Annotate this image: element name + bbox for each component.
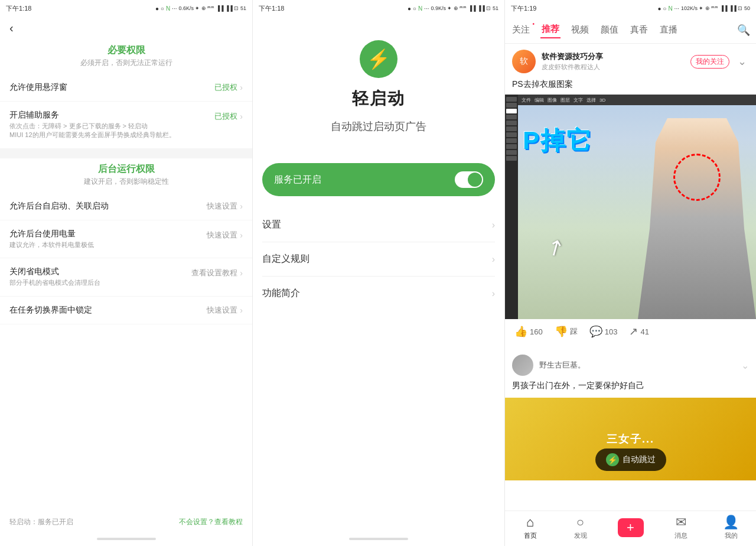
social-feed[interactable]: 软 软件资源技巧分享 皮皮虾软件教程达人 我的关注 ⌄ PS去掉衣服图案 [505,44,756,511]
chevron-icon-6: › [240,306,243,315]
chevron-icon-5: › [240,268,243,278]
time-2: 下午1:18 [259,4,284,13]
permission-accessibility-desc: 依次点击：无障碍 > 更多已下载的服务 > 轻启动MIUI 12的用户可能需要先… [9,122,214,140]
permission-battery-status: 快速设置 [207,230,237,240]
service-toggle-row[interactable]: 服务已开启 [262,163,495,196]
app-tagline: 自动跳过启动页广告 [331,119,426,134]
menu-list: 设置 › 自定义规则 › 功能简介 › [253,208,504,310]
nav-profile-label: 我的 [725,531,738,540]
panel-permissions: 下午1:18 ● ○ N ··· 0.6K/s ✦ ⊕ ᵐᵐ ▐▐ ▐▐ ⊡ 5… [0,0,252,546]
bg-permissions-subtitle: 建议开启，否则影响稳定性 [0,177,252,193]
share-button[interactable]: ↗ 41 [629,325,649,338]
permission-autostart-title: 允许后台自启动、关联启动 [9,201,207,212]
tab-face[interactable]: 颜值 [599,22,620,38]
comment-header: 野生古巨基。 ⌄ [505,349,756,379]
feed-post-more-btn[interactable]: ⌄ [735,55,749,68]
nav-add[interactable]: + [605,518,656,537]
permission-accessibility[interactable]: 开启辅助服务 依次点击：无障碍 > 更多已下载的服务 > 轻启动MIUI 12的… [0,102,252,149]
comment-count: 103 [605,327,618,336]
dashed-circle-annotation [673,154,721,201]
permission-float-title: 允许使用悬浮窗 [9,82,214,93]
permission-float-window[interactable]: 允许使用悬浮窗 已授权 › [0,74,252,102]
nav-discover-label: 发现 [574,531,587,540]
share-icon: ↗ [629,325,638,338]
comment-avatar [512,355,533,376]
status-icons-2: ● ○ N ··· 0.9K/s ✦ ⊕ ᵐᵐ ▐▐ ▐▐ ⊡ 51 [408,5,498,12]
permission-autostart-status: 快速设置 [207,201,237,212]
chevron-icon: › [240,83,243,92]
nav-messages[interactable]: ✉ 消息 [656,515,706,540]
bg-permissions-title: 后台运行权限 [0,158,252,177]
menu-item-custom-rules[interactable]: 自定义规则 › [262,242,495,277]
dislike-button[interactable]: 👎 踩 [555,325,578,338]
bottom-nav: ⌂ 首页 ○ 发现 + ✉ 消息 👤 我的 [505,511,756,546]
like-button[interactable]: 👍 160 [514,325,543,338]
back-button[interactable]: ‹ [0,17,252,40]
dislike-icon: 👎 [555,325,568,338]
auto-skip-icon: ⚡ [606,453,619,466]
status-icons-1: ● ○ N ··· 0.6K/s ✦ ⊕ ᵐᵐ ▐▐ ▐▐ ⊡ 51 [155,5,246,12]
service-toggle-knob[interactable] [455,171,483,188]
person-silhouette [638,118,756,319]
cant-set-link[interactable]: 不会设置？查看教程 [179,517,243,527]
feed-post-usertag: 皮皮虾软件教程达人 [542,63,685,72]
social-navbar: 关注 推荐 视频 颜值 真香 直播 🔍 [505,17,756,44]
profile-icon: 👤 [723,515,739,530]
menu-chevron-rules: › [492,254,495,265]
time-3: 下午1:19 [511,4,536,13]
like-count: 160 [530,327,543,336]
messages-icon: ✉ [676,515,686,530]
search-button[interactable]: 🔍 [737,24,750,37]
feed-post-actions: 👍 160 👎 踩 💬 103 ↗ 41 [505,319,756,344]
tab-follow[interactable]: 关注 [511,22,531,38]
feed-post-image: 文件 编辑 图像 图层 文字 选择 3D P掉它 ↗ [505,95,756,319]
nav-profile[interactable]: 👤 我的 [706,515,756,540]
feed-post-follow-btn[interactable]: 我的关注 [690,55,729,69]
permission-battery-saver-title: 关闭省电模式 [9,266,191,277]
comment-expand-icon[interactable]: ⌄ [741,360,749,371]
feed-post-title: PS去掉衣服图案 [505,79,756,95]
panel-qichidong: 下午1:18 ● ○ N ··· 0.9K/s ✦ ⊕ ᵐᵐ ▐▐ ▐▐ ⊡ 5… [252,0,504,546]
permission-autostart[interactable]: 允许后台自启动、关联启动 快速设置 › [0,193,252,220]
comment-username: 野生古巨基。 [539,360,585,370]
menu-chevron-intro: › [492,288,495,299]
required-permissions-title: 必要权限 [0,40,252,58]
tab-video[interactable]: 视频 [570,22,590,38]
hero-section: ⚡ 轻启动 自动跳过启动页广告 [253,17,504,151]
feed-post-header: 软 软件资源技巧分享 皮皮虾软件教程达人 我的关注 ⌄ [505,44,756,79]
menu-item-settings[interactable]: 设置 › [262,208,495,242]
nav-home-label: 首页 [524,531,537,540]
ps-toolbar [505,95,518,319]
ps-menubar: 文件 编辑 图像 图层 文字 选择 3D [518,95,756,105]
nav-discover[interactable]: ○ 发现 [555,515,605,540]
feed-post-item: 软 软件资源技巧分享 皮皮虾软件教程达人 我的关注 ⌄ PS去掉衣服图案 [505,44,756,344]
nav-home[interactable]: ⌂ 首页 [505,515,555,540]
share-count: 41 [640,327,649,336]
home-icon: ⌂ [526,515,534,530]
tab-recommend[interactable]: 推荐 [540,21,561,38]
status-bar-2: 下午1:18 ● ○ N ··· 0.9K/s ✦ ⊕ ᵐᵐ ▐▐ ▐▐ ⊡ 5… [253,0,504,17]
feed-post-username: 软件资源技巧分享 [542,51,685,62]
status-bar-1: 下午1:18 ● ○ N ··· 0.6K/s ✦ ⊕ ᵐᵐ ▐▐ ▐▐ ⊡ 5… [0,0,252,17]
menu-item-intro[interactable]: 功能简介 › [262,277,495,310]
permission-battery-saver[interactable]: 关闭省电模式 部分手机的省电模式会清理后台 查看设置教程 › [0,258,252,296]
required-permissions-subtitle: 必须开启，否则无法正常运行 [0,58,252,74]
tab-zhenxiang[interactable]: 真香 [629,22,649,38]
chevron-icon-4: › [240,230,243,240]
status-icons-3: ● ○ N ··· 102K/s ✦ ⊕ ᵐᵐ ▐▐ ▐▐ ⊡ 50 [658,5,750,12]
permission-accessibility-status: 已授权 [214,111,237,122]
permission-battery[interactable]: 允许后台使用电量 建议允许，本软件耗电量极低 快速设置 › [0,220,252,258]
dislike-label: 踩 [570,326,578,337]
comment-button[interactable]: 💬 103 [589,325,618,338]
permission-task-lock[interactable]: 在任务切换界面中锁定 快速设置 › [0,297,252,324]
add-button[interactable]: + [618,518,644,537]
auto-skip-button[interactable]: ⚡ 自动跳过 [595,448,666,471]
comment-text: 男孩子出门在外，一定要保护好自己 [505,379,756,398]
service-status-text: 轻启动：服务已开启 [9,517,73,527]
app-icon: ⚡ [360,40,397,78]
feed-post-avatar: 软 [512,50,536,73]
comment-image: 三女子... ⚡ 自动跳过 [505,398,756,480]
feed-post-user-info: 软件资源技巧分享 皮皮虾软件教程达人 [542,51,685,72]
tab-live[interactable]: 直播 [659,22,679,38]
home-indicator-1 [97,538,156,540]
